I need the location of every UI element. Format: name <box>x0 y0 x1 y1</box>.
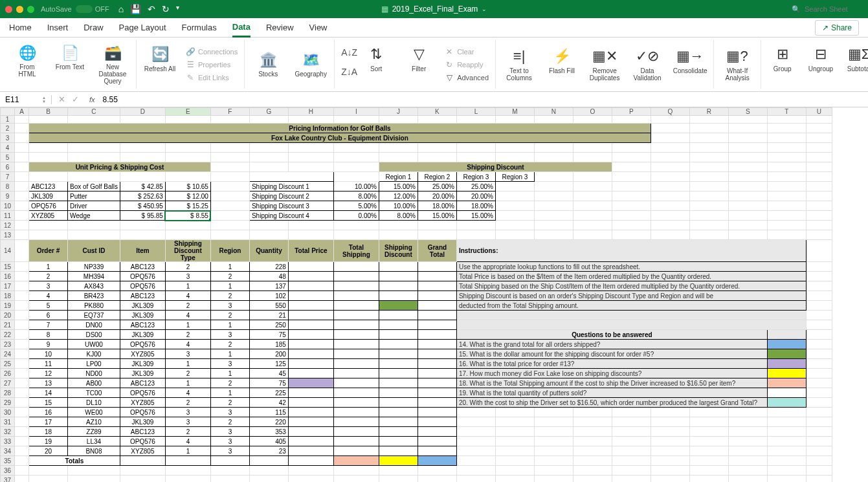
cell[interactable] <box>417 456 456 466</box>
cell[interactable] <box>210 456 249 466</box>
cell[interactable] <box>651 116 689 124</box>
cell[interactable] <box>728 221 767 230</box>
zoom-window-icon[interactable] <box>27 6 34 13</box>
cell[interactable]: 18 <box>29 427 68 437</box>
cell[interactable] <box>379 301 417 311</box>
cell[interactable]: LP00 <box>68 359 120 369</box>
cell[interactable]: JKL309 <box>120 311 165 320</box>
cell[interactable] <box>379 446 417 456</box>
cell[interactable] <box>806 320 832 330</box>
cell[interactable] <box>495 116 534 124</box>
cell[interactable]: OPQ576 <box>120 340 165 349</box>
cell[interactable]: 13 <box>29 378 68 388</box>
row-header[interactable]: 7 <box>1 172 15 182</box>
cell[interactable] <box>728 143 767 153</box>
cell[interactable] <box>333 456 379 466</box>
cell[interactable] <box>15 153 29 162</box>
cell[interactable]: DN00 <box>68 320 120 330</box>
cell[interactable] <box>612 162 651 172</box>
cell[interactable] <box>288 388 333 398</box>
sort-asc-button[interactable]: A↓Z <box>341 46 350 59</box>
cell[interactable]: 16. What is the total price for order #1… <box>456 359 767 369</box>
from-text-button[interactable]: 📄From Text <box>53 44 87 71</box>
cell[interactable] <box>806 272 832 281</box>
cell[interactable] <box>651 182 689 192</box>
cell[interactable] <box>333 388 379 398</box>
cell[interactable] <box>806 291 832 301</box>
cell[interactable] <box>728 437 767 446</box>
cell[interactable] <box>495 456 534 466</box>
cell[interactable] <box>333 466 379 476</box>
cell[interactable] <box>728 456 767 466</box>
cell[interactable] <box>249 162 288 172</box>
cell[interactable]: 3 <box>210 427 249 437</box>
cell[interactable] <box>379 398 417 408</box>
cell[interactable]: Fox Lake Country Club - Equipment Divisi… <box>29 133 651 143</box>
cell[interactable]: AB00 <box>68 378 120 388</box>
cell[interactable]: 15.00% <box>456 211 495 221</box>
cell[interactable] <box>573 201 612 211</box>
cell[interactable] <box>288 476 333 483</box>
cell[interactable] <box>417 153 456 162</box>
cell[interactable] <box>806 281 832 291</box>
cell[interactable]: 15.00% <box>417 211 456 221</box>
cell[interactable]: Instructions: <box>456 240 806 262</box>
cell[interactable] <box>288 330 333 340</box>
cell[interactable] <box>288 311 333 320</box>
row-header[interactable]: 14 <box>1 240 15 262</box>
what-if-button[interactable]: ▦?What-If Analysis <box>720 48 754 82</box>
cell[interactable] <box>689 153 728 162</box>
cell[interactable] <box>210 201 249 211</box>
cell[interactable] <box>379 330 417 340</box>
cell[interactable] <box>333 291 379 301</box>
cell[interactable]: 220 <box>249 417 288 427</box>
ungroup-button[interactable]: ⊟Ungroup <box>806 46 835 72</box>
cell[interactable] <box>612 116 651 124</box>
cell[interactable] <box>612 230 651 240</box>
cell[interactable]: 25.00% <box>417 182 456 192</box>
cell[interactable] <box>651 230 689 240</box>
cell[interactable] <box>612 221 651 230</box>
row-header[interactable]: 35 <box>1 456 15 466</box>
cell[interactable] <box>379 456 417 466</box>
cell[interactable] <box>15 230 29 240</box>
cell[interactable] <box>767 466 806 476</box>
cell[interactable] <box>120 456 165 466</box>
cell[interactable] <box>806 378 832 388</box>
cell[interactable] <box>534 417 573 427</box>
cell[interactable] <box>417 291 456 301</box>
cell[interactable]: Wedge <box>68 211 120 221</box>
cell[interactable] <box>689 437 728 446</box>
group-button[interactable]: ⊞Group <box>768 46 797 72</box>
cell[interactable]: 2 <box>165 262 210 272</box>
cell[interactable]: 14. What is the grand total for all orde… <box>456 340 767 349</box>
cell[interactable] <box>806 330 832 340</box>
cell[interactable] <box>689 230 728 240</box>
cell[interactable] <box>249 116 288 124</box>
cell[interactable] <box>806 162 832 172</box>
cell[interactable]: 75 <box>249 330 288 340</box>
cell[interactable] <box>15 388 29 398</box>
cell[interactable] <box>806 388 832 398</box>
cell[interactable]: BN08 <box>68 446 120 456</box>
cell[interactable] <box>68 153 120 162</box>
cell[interactable] <box>767 192 806 201</box>
cell[interactable] <box>612 446 651 456</box>
row-header[interactable]: 28 <box>1 388 15 398</box>
cell[interactable] <box>573 417 612 427</box>
cell[interactable]: 48 <box>249 272 288 281</box>
connections-button[interactable]: 🔗Connections <box>186 46 238 58</box>
cell[interactable]: Shipping Discount <box>379 162 612 172</box>
cell[interactable]: XYZ805 <box>120 349 165 359</box>
cell[interactable]: 3 <box>165 417 210 427</box>
cell[interactable] <box>379 291 417 301</box>
cell[interactable] <box>767 369 806 378</box>
cell[interactable] <box>165 172 210 182</box>
cell[interactable] <box>333 281 379 291</box>
cell[interactable] <box>495 476 534 483</box>
cell[interactable] <box>806 437 832 446</box>
cell[interactable] <box>417 311 456 320</box>
cell[interactable] <box>573 446 612 456</box>
cell[interactable]: Putter <box>68 192 120 201</box>
row-header[interactable]: 17 <box>1 281 15 291</box>
